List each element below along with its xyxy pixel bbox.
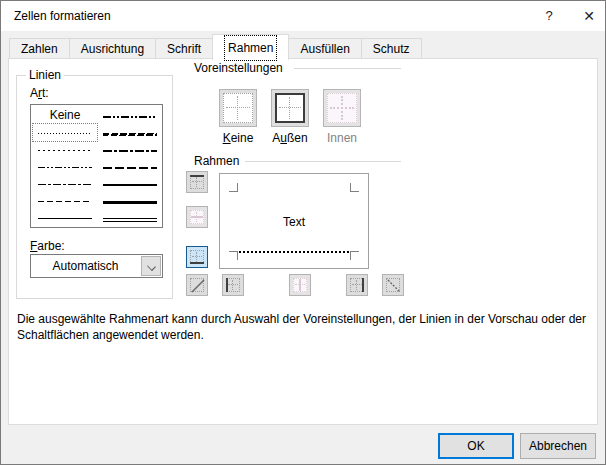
solid-thick-line-icon [103,201,157,204]
help-icon[interactable]: ? [531,1,567,31]
corner-mark-top-left [229,183,238,192]
border-top-button[interactable] [186,171,208,193]
solid-medium-line-icon [103,184,157,186]
medium-dash-dot-line-icon [103,150,157,152]
dotted-fine-line-icon [38,133,92,134]
double-line-icon [103,218,157,222]
color-dropdown-value: Automatisch [31,255,140,277]
rahmen-tab-page: Linien Art: Keine [8,58,598,425]
line-style-solid-medium[interactable] [98,175,162,192]
border-inner-vertical-button [289,274,311,296]
diagonal-down-icon [386,278,400,292]
dash-dot-line-icon [38,184,92,185]
chevron-down-icon[interactable] [141,256,161,276]
diagonal-up-icon [190,278,204,292]
no-border-icon [223,93,253,123]
line-style-medium-dash-dot-dot[interactable] [98,107,162,124]
line-style-dash-dot[interactable] [33,175,97,192]
corner-mark-bottom-left [229,251,238,260]
dotted-line-icon [38,150,92,151]
inside-border-icon [327,93,357,123]
line-style-slanted-dash-dot[interactable] [98,124,162,141]
farbe-label: Farbe: [30,239,65,253]
border-left-button[interactable] [222,274,244,296]
preview-text: Text [220,215,368,229]
ok-button[interactable]: OK [438,433,514,459]
close-icon[interactable]: ✕ [571,1,606,31]
preset-innen-label: Innen [312,131,372,145]
line-style-dotted-fine[interactable] [33,124,97,141]
line-style-medium-dash-dot[interactable] [98,141,162,158]
art-label: Art: [30,86,49,100]
border-top-icon [190,175,204,189]
line-style-dotted[interactable] [33,141,97,158]
line-style-double[interactable] [98,209,162,226]
line-style-solid-thick[interactable] [98,192,162,209]
tab-strip: Zahlen Ausrichtung Schrift Rahmen Ausfül… [1,31,605,59]
line-style-none[interactable]: Keine [33,107,97,124]
applied-bottom-border-line [239,251,349,253]
rahmen-group-line [245,161,401,162]
border-inner-horizontal-icon [190,210,204,224]
medium-dashed-line-icon [103,167,157,169]
rahmen-group-label: Rahmen [191,154,242,168]
solid-thin-line-icon [38,218,92,219]
linien-group-label: Linien [26,68,64,82]
format-cells-dialog: Zellen formatieren ? ✕ Zahlen Ausrichtun… [0,0,606,465]
line-style-listbox: Keine [30,104,163,228]
border-bottom-button[interactable] [186,246,208,268]
outline-border-icon [275,93,305,123]
dialog-footer: OK Abbrechen [1,425,605,464]
tab-schrift[interactable]: Schrift [155,38,213,60]
border-right-button[interactable] [346,274,368,296]
cancel-button[interactable]: Abbrechen [520,433,596,459]
border-left-icon [226,278,240,292]
color-dropdown[interactable]: Automatisch [30,254,163,278]
dash-dot-dot-line-icon [38,167,92,168]
tab-rahmen[interactable]: Rahmen [212,34,289,60]
tab-ausfuellen[interactable]: Ausfüllen [288,38,361,60]
tab-schutz[interactable]: Schutz [361,38,422,60]
corner-mark-top-right [350,183,359,192]
dashed-line-icon [38,201,92,202]
preset-aussen-label: Außen [260,131,320,145]
linien-group: Linien Art: Keine [16,75,173,299]
border-right-icon [350,278,364,292]
line-style-dashed[interactable] [33,192,97,209]
border-preview[interactable]: Text [219,173,369,269]
border-diagonal-down-button[interactable] [382,274,404,296]
medium-dash-dot-dot-line-icon [103,116,157,118]
tab-zahlen[interactable]: Zahlen [9,38,70,60]
description-text: Die ausgewählte Rahmenart kann durch Aus… [17,311,595,343]
border-inner-horizontal-button [186,206,208,228]
voreinstellungen-group-label: Voreinstellungen [191,61,286,75]
tabs: Zahlen Ausrichtung Schrift Rahmen Ausfül… [9,34,421,60]
line-style-dash-dot-dot[interactable] [33,158,97,175]
dialog-title: Zellen formatieren [14,1,111,31]
line-style-solid-thin[interactable] [33,209,97,226]
preset-keine-button[interactable] [219,89,257,127]
tab-ausrichtung[interactable]: Ausrichtung [69,38,156,60]
border-inner-vertical-icon [293,278,307,292]
line-style-medium-dashed[interactable] [98,158,162,175]
preset-aussen-button[interactable] [271,89,309,127]
slanted-dash-dot-line-icon [103,133,157,136]
corner-mark-bottom-right [350,251,359,260]
border-bottom-icon [190,250,204,264]
border-diagonal-up-button[interactable] [186,274,208,296]
voreinstellungen-group-line [294,68,401,69]
preset-keine-label: Keine [208,131,268,145]
title-bar: Zellen formatieren ? ✕ [1,1,605,31]
preset-innen-button [323,89,361,127]
